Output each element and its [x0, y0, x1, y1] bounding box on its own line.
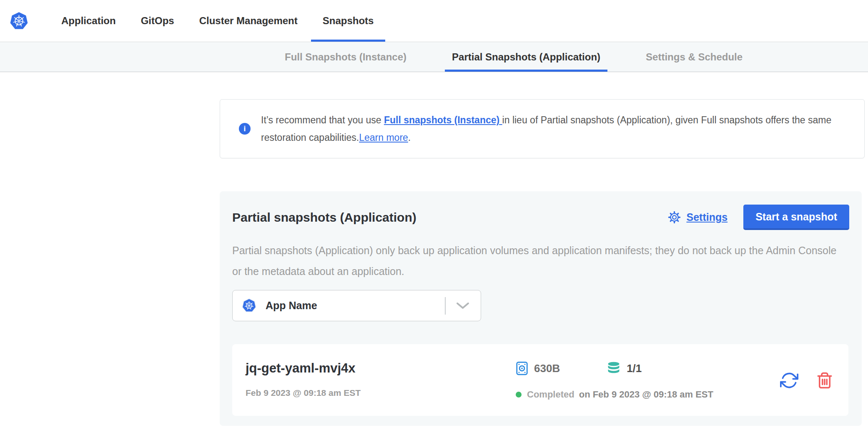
status-badge: Completed	[527, 389, 574, 400]
snapshot-size: 630B	[516, 361, 560, 376]
app-logo[interactable]	[9, 0, 29, 42]
tab-partial-snapshots[interactable]: Partial Snapshots (Application)	[445, 42, 607, 72]
snapshot-started-date: Feb 9 2023 @ 09:18 am EST	[246, 388, 516, 398]
snapshot-volumes-value: 1/1	[627, 362, 642, 375]
kubernetes-logo-icon	[242, 298, 256, 313]
selector-divider	[445, 297, 446, 315]
subnav-tabs: Full Snapshots (Instance) Partial Snapsh…	[278, 42, 750, 72]
tab-full-snapshots[interactable]: Full Snapshots (Instance)	[278, 42, 414, 72]
info-banner: i It’s recommend that you use Full snaps…	[220, 99, 865, 158]
full-snapshots-link[interactable]: Full snapshots (Instance)	[384, 115, 502, 125]
delete-snapshot-button[interactable]	[816, 371, 833, 390]
hard-drive-icon	[516, 361, 528, 376]
snapshot-metrics-row: 630B 1/1	[516, 361, 780, 376]
snapshot-size-value: 630B	[534, 362, 560, 375]
app-name-value: App Name	[266, 300, 317, 312]
snapshot-actions	[780, 371, 833, 390]
tab-settings-schedule[interactable]: Settings & Schedule	[639, 42, 750, 72]
snapshot-info: jq-get-yaml-mvj4x Feb 9 2023 @ 09:18 am …	[246, 361, 516, 398]
restore-icon	[780, 371, 798, 390]
restore-snapshot-button[interactable]	[780, 371, 798, 390]
main-nav: Application GitOps Cluster Management Sn…	[49, 0, 386, 42]
snapshot-volumes: 1/1	[607, 362, 642, 375]
section-header-actions: Settings Start a snapshot	[668, 205, 850, 230]
gear-icon	[668, 211, 681, 224]
kubernetes-logo-icon	[9, 11, 29, 31]
snapshot-status-row: Completed on Feb 9 2023 @ 09:18 am EST	[516, 389, 780, 400]
banner-text-after: .	[408, 132, 411, 143]
app-name-selector[interactable]: App Name	[232, 290, 481, 321]
settings-link[interactable]: Settings	[687, 211, 728, 223]
learn-more-link[interactable]: Learn more	[359, 132, 408, 143]
info-icon: i	[239, 123, 251, 135]
section-header: Partial snapshots (Application)	[232, 205, 849, 230]
main-content: i It’s recommend that you use Full snaps…	[220, 99, 865, 426]
snapshot-metrics: 630B 1/1 Completed on Feb 9 2023 @	[516, 361, 780, 400]
partial-snapshots-section: Partial snapshots (Application)	[220, 191, 862, 426]
nav-item-application[interactable]: Application	[50, 0, 128, 42]
top-nav: Application GitOps Cluster Management Sn…	[0, 0, 868, 42]
nav-item-gitops[interactable]: GitOps	[129, 0, 186, 42]
info-banner-text: It’s recommend that you use Full snapsho…	[261, 111, 848, 146]
snapshots-subnav: Full Snapshots (Instance) Partial Snapsh…	[0, 42, 868, 72]
snapshot-row: jq-get-yaml-mvj4x Feb 9 2023 @ 09:18 am …	[232, 344, 848, 416]
section-description: Partial snapshots (Application) only bac…	[232, 240, 845, 282]
start-snapshot-button[interactable]: Start a snapshot	[743, 205, 849, 230]
nav-item-snapshots[interactable]: Snapshots	[311, 0, 386, 42]
banner-text-before: It’s recommend that you use	[261, 115, 384, 125]
page-title: Partial snapshots (Application)	[232, 210, 416, 225]
status-dot-icon	[516, 392, 522, 398]
trash-icon	[816, 371, 833, 390]
nav-item-cluster-management[interactable]: Cluster Management	[188, 0, 309, 42]
database-icon	[607, 362, 621, 375]
snapshot-name: jq-get-yaml-mvj4x	[246, 361, 516, 376]
status-detail: on Feb 9 2023 @ 09:18 am EST	[579, 389, 713, 400]
chevron-down-icon[interactable]	[456, 302, 470, 310]
